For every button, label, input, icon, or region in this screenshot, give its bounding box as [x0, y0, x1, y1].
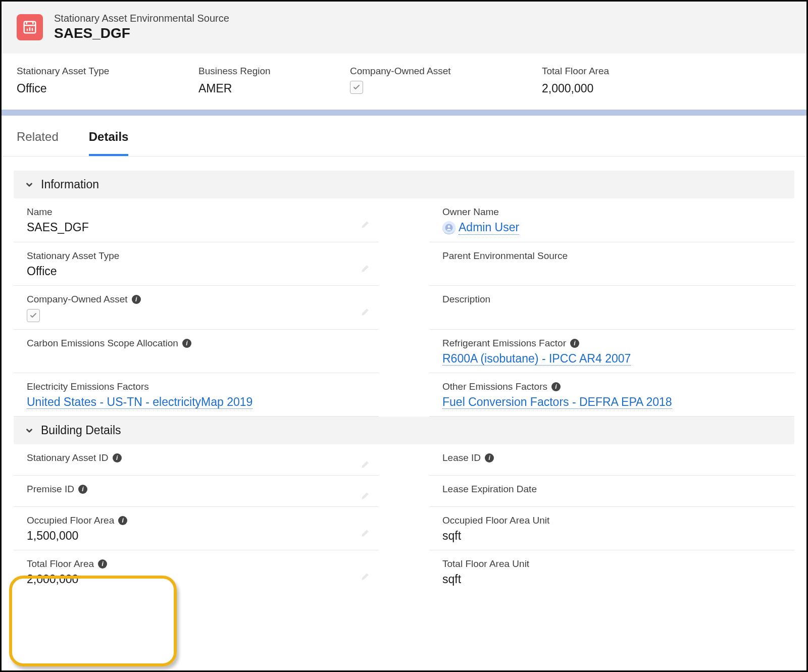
- field-company-owned-label: Company-Owned Asset: [27, 294, 128, 305]
- field-other-value[interactable]: Fuel Conversion Factors - DEFRA EPA 2018: [442, 395, 672, 409]
- field-total-area-label: Total Floor Area: [27, 558, 94, 570]
- object-label: Stationary Asset Environmental Source: [54, 13, 229, 24]
- field-electricity-factors: Electricity Emissions Factors United Sta…: [14, 373, 379, 417]
- field-description: Description: [429, 286, 794, 330]
- field-other-factors: Other Emissions Factors i Fuel Conversio…: [429, 373, 794, 417]
- pencil-icon: [361, 307, 370, 317]
- field-electricity-label: Electricity Emissions Factors: [27, 381, 375, 392]
- field-owner: Owner Name Admin User: [429, 198, 794, 242]
- field-name[interactable]: Name SAES_DGF: [14, 198, 379, 242]
- field-occupied-area-label: Occupied Floor Area: [27, 515, 114, 526]
- field-company-owned-checkbox: [27, 309, 40, 322]
- field-total-area-value: 2,000,000: [27, 573, 375, 586]
- field-name-label: Name: [27, 206, 375, 218]
- field-lease-exp-label: Lease Expiration Date: [442, 484, 790, 495]
- highlight-total-floor-value: 2,000,000: [542, 82, 609, 95]
- field-refrigerant-value[interactable]: R600A (isobutane) - IPCC AR4 2007: [442, 352, 631, 366]
- pencil-icon: [361, 220, 370, 229]
- pencil-icon: [361, 264, 370, 273]
- highlights-panel: Stationary Asset Type Office Business Re…: [2, 54, 806, 110]
- field-refrigerant-factor: Refrigerant Emissions Factor i R600A (is…: [429, 330, 794, 373]
- highlight-asset-type-label: Stationary Asset Type: [17, 66, 168, 77]
- section-information-title: Information: [41, 178, 99, 191]
- tab-related[interactable]: Related: [17, 130, 59, 156]
- info-icon[interactable]: i: [98, 559, 107, 568]
- highlight-company-owned-checkbox: [350, 81, 363, 94]
- building-fields: Stationary Asset ID i Lease ID i Premise…: [2, 444, 806, 593]
- information-fields: Name SAES_DGF Owner Name Admin User Stat…: [2, 198, 806, 417]
- field-premise-id[interactable]: Premise ID i: [14, 476, 379, 507]
- chevron-down-icon: [25, 180, 34, 189]
- field-lease-id-label: Lease ID: [442, 452, 481, 463]
- field-occupied-unit-value: sqft: [442, 529, 790, 543]
- field-electricity-value[interactable]: United States - US-TN - electricityMap 2…: [27, 395, 252, 409]
- field-company-owned[interactable]: Company-Owned Asset i: [14, 286, 379, 330]
- field-total-unit-value: sqft: [442, 573, 790, 586]
- field-scope-label: Carbon Emissions Scope Allocation: [27, 338, 178, 349]
- tab-details[interactable]: Details: [89, 130, 129, 156]
- field-occupied-unit: Occupied Floor Area Unit sqft: [429, 507, 794, 550]
- field-asset-id-label: Stationary Asset ID: [27, 452, 109, 463]
- pencil-icon: [361, 491, 370, 500]
- field-other-label: Other Emissions Factors: [442, 381, 547, 392]
- info-icon[interactable]: i: [182, 339, 191, 348]
- field-lease-id: Lease ID i: [429, 444, 794, 476]
- chevron-down-icon: [25, 426, 34, 435]
- highlight-company-owned-label: Company-Owned Asset: [350, 66, 512, 77]
- tabs: Related Details: [2, 116, 806, 157]
- highlight-region-value: AMER: [198, 82, 320, 95]
- svg-point-2: [448, 225, 450, 228]
- field-asset-type-label: Stationary Asset Type: [27, 250, 375, 262]
- record-icon: [17, 14, 43, 40]
- info-icon[interactable]: i: [485, 453, 494, 462]
- field-occupied-area[interactable]: Occupied Floor Area i 1,500,000: [14, 507, 379, 550]
- avatar-icon: [442, 221, 456, 234]
- info-icon[interactable]: i: [118, 516, 127, 525]
- section-building-title: Building Details: [41, 424, 121, 437]
- field-premise-id-label: Premise ID: [27, 484, 74, 495]
- field-owner-label: Owner Name: [442, 206, 790, 218]
- field-occupied-area-value: 1,500,000: [27, 529, 375, 543]
- field-lease-expiration: Lease Expiration Date: [429, 476, 794, 507]
- info-icon[interactable]: i: [551, 382, 561, 391]
- field-scope-allocation: Carbon Emissions Scope Allocation i: [14, 330, 379, 373]
- pencil-icon: [361, 529, 370, 538]
- record-title: SAES_DGF: [54, 25, 229, 41]
- info-icon[interactable]: i: [570, 339, 579, 348]
- info-icon[interactable]: i: [113, 453, 122, 462]
- section-information-header[interactable]: Information: [14, 171, 794, 198]
- record-header: Stationary Asset Environmental Source SA…: [2, 2, 806, 54]
- info-icon[interactable]: i: [78, 485, 87, 494]
- field-parent-label: Parent Environmental Source: [442, 250, 790, 262]
- pencil-icon: [361, 460, 370, 469]
- field-total-area[interactable]: Total Floor Area i 2,000,000: [14, 550, 379, 593]
- divider: [2, 110, 806, 116]
- field-owner-value[interactable]: Admin User: [459, 221, 519, 235]
- field-occupied-unit-label: Occupied Floor Area Unit: [442, 515, 790, 526]
- field-asset-id[interactable]: Stationary Asset ID i: [14, 444, 379, 476]
- highlight-asset-type-value: Office: [17, 82, 168, 95]
- field-asset-type-value: Office: [27, 265, 375, 278]
- field-parent-env-source: Parent Environmental Source: [429, 242, 794, 286]
- pencil-icon: [361, 572, 370, 581]
- field-total-unit: Total Floor Area Unit sqft: [429, 550, 794, 593]
- field-refrigerant-label: Refrigerant Emissions Factor: [442, 338, 566, 349]
- highlight-region-label: Business Region: [198, 66, 320, 77]
- section-building-header[interactable]: Building Details: [14, 417, 794, 444]
- field-asset-type[interactable]: Stationary Asset Type Office: [14, 242, 379, 286]
- highlight-total-floor-label: Total Floor Area: [542, 66, 609, 77]
- field-description-label: Description: [442, 294, 790, 305]
- field-name-value: SAES_DGF: [27, 221, 375, 234]
- field-total-unit-label: Total Floor Area Unit: [442, 558, 790, 570]
- info-icon[interactable]: i: [132, 295, 141, 304]
